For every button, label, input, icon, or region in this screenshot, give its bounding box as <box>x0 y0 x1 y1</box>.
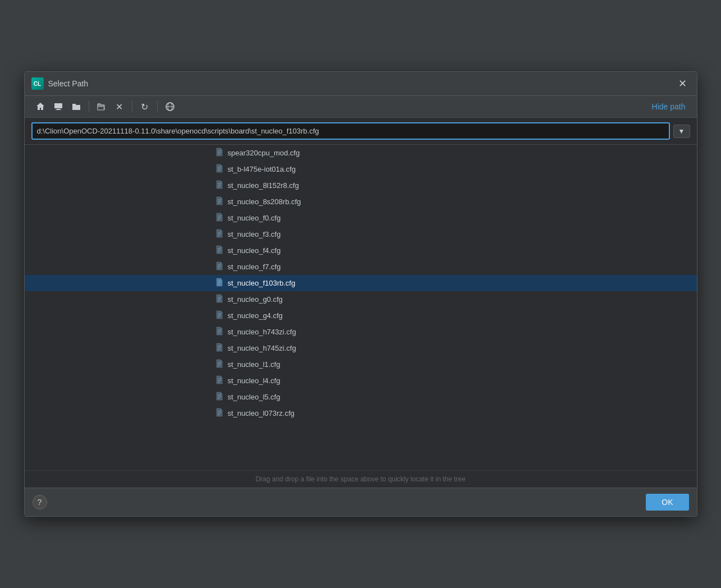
list-item[interactable]: st_b-l475e-iot01a.cfg <box>25 161 697 177</box>
file-name: st_nucleo_8l152r8.cfg <box>228 181 299 190</box>
list-item[interactable]: st_nucleo_f4.cfg <box>25 242 697 259</box>
file-name: st_nucleo_l1.cfg <box>228 360 281 369</box>
list-item[interactable]: st_nucleo_g4.cfg <box>25 307 697 324</box>
select-path-dialog: CL Select Path ✕ + ✕ ↻ <box>24 71 697 517</box>
close-button[interactable]: ✕ <box>675 76 690 91</box>
file-icon <box>215 213 223 223</box>
list-item[interactable]: st_nucleo_h743zi.cfg <box>25 324 697 340</box>
file-icon <box>215 294 223 305</box>
list-item[interactable]: st_nucleo_l5.cfg <box>25 389 697 405</box>
new-folder-button[interactable]: + <box>94 99 109 114</box>
file-name: st_nucleo_g4.cfg <box>228 311 283 320</box>
file-icon <box>215 148 223 158</box>
toolbar-left: + ✕ ↻ <box>33 99 178 114</box>
file-icon <box>215 310 223 321</box>
list-item[interactable]: st_nucleo_l4.cfg <box>25 373 697 389</box>
file-name: st_nucleo_f7.cfg <box>228 263 281 271</box>
path-input[interactable] <box>31 122 670 140</box>
svg-rect-2 <box>56 109 61 110</box>
file-name: st_nucleo_g0.cfg <box>228 295 283 304</box>
list-item[interactable]: st_nucleo_h745zi.cfg <box>25 340 697 356</box>
svg-text:+: + <box>103 106 105 111</box>
title-bar: CL Select Path ✕ <box>25 72 697 96</box>
file-icon <box>215 408 223 419</box>
refresh-button[interactable]: ↻ <box>137 99 153 114</box>
file-name: st_nucleo_f0.cfg <box>228 214 281 222</box>
file-name: st_nucleo_f103rb.cfg <box>228 279 296 287</box>
list-item[interactable]: st_nucleo_f0.cfg <box>25 210 697 226</box>
file-name: st_nucleo_h743zi.cfg <box>228 328 296 336</box>
file-icon <box>215 196 223 207</box>
path-dropdown-button[interactable]: ▼ <box>673 125 690 138</box>
file-name: st_nucleo_l4.cfg <box>228 376 281 385</box>
list-item[interactable]: st_nucleo_l1.cfg <box>25 356 697 373</box>
list-item[interactable]: st_nucleo_f103rb.cfg <box>25 275 697 291</box>
file-name: spear320cpu_mod.cfg <box>228 149 300 157</box>
file-name: st_nucleo_8s208rb.cfg <box>228 197 301 206</box>
help-button[interactable]: ? <box>33 495 47 509</box>
file-name: st_nucleo_h745zi.cfg <box>228 344 296 352</box>
list-item[interactable]: st_nucleo_8s208rb.cfg <box>25 194 697 210</box>
file-name: st_nucleo_f4.cfg <box>228 246 281 255</box>
drag-hint: Drag and drop a file into the space abov… <box>25 470 697 488</box>
file-icon <box>215 392 223 402</box>
file-name: st_nucleo_l073rz.cfg <box>228 409 295 417</box>
path-bar: ▼ <box>25 118 697 145</box>
file-name: st_b-l475e-iot01a.cfg <box>228 165 296 173</box>
network-button[interactable] <box>162 99 178 114</box>
footer: ? OK <box>25 488 697 516</box>
file-icon <box>215 245 223 256</box>
file-icon <box>215 261 223 272</box>
hide-path-button[interactable]: Hide path <box>649 100 689 113</box>
list-item[interactable]: st_nucleo_f7.cfg <box>25 259 697 275</box>
list-item[interactable]: spear320cpu_mod.cfg <box>25 145 697 161</box>
list-item[interactable]: st_nucleo_f3.cfg <box>25 226 697 242</box>
toolbar-separator-2 <box>132 101 132 112</box>
file-name: st_nucleo_l5.cfg <box>228 393 281 401</box>
folder-button[interactable] <box>68 99 84 114</box>
dialog-title: Select Path <box>48 79 89 88</box>
file-list[interactable]: spear320cpu_mod.cfg st_b-l475e-iot01a.cf… <box>25 145 697 470</box>
cancel-name-button[interactable]: ✕ <box>112 99 127 114</box>
file-icon <box>215 229 223 240</box>
toolbar-separator-1 <box>89 101 89 112</box>
file-icon <box>215 278 223 288</box>
file-name: st_nucleo_f3.cfg <box>228 230 281 238</box>
list-item[interactable]: st_nucleo_g0.cfg <box>25 291 697 307</box>
file-icon <box>215 327 223 337</box>
title-bar-left: CL Select Path <box>31 77 89 90</box>
computer-button[interactable] <box>50 99 66 114</box>
file-icon <box>215 164 223 174</box>
svg-rect-0 <box>54 103 62 108</box>
toolbar: + ✕ ↻ Hide path <box>25 96 697 118</box>
list-item[interactable]: st_nucleo_8l152r8.cfg <box>25 177 697 194</box>
file-icon <box>215 180 223 191</box>
file-icon <box>215 375 223 386</box>
file-icon <box>215 359 223 370</box>
ok-button[interactable]: OK <box>646 494 688 511</box>
file-icon <box>215 343 223 353</box>
toolbar-separator-3 <box>157 101 158 112</box>
list-item[interactable]: st_nucleo_l073rz.cfg <box>25 405 697 421</box>
app-logo: CL <box>31 77 44 90</box>
home-button[interactable] <box>33 99 48 114</box>
